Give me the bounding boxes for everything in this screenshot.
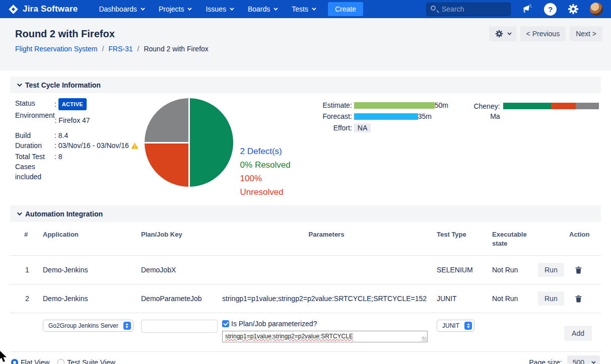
top-navigation-bar: Jira Software Dashboards Projects Issues…: [0, 0, 611, 18]
header-actions: < Previous Next >: [489, 26, 602, 41]
chevron-down-icon: [141, 6, 145, 10]
parameterized-checkbox[interactable]: [222, 320, 229, 327]
delete-icon[interactable]: [575, 266, 582, 274]
tester-bar-fail-segment: [551, 103, 576, 109]
jira-diamond-icon: [8, 4, 19, 15]
estimate-row: Estimate: 50m: [315, 101, 468, 109]
tester-stacked-bar: [503, 103, 599, 109]
mouse-cursor: [0, 350, 7, 364]
automation-integration-section-header[interactable]: Automation Integration: [10, 205, 601, 222]
tester-bar-unexecuted-segment: [576, 103, 599, 109]
forecast-row: Forecast: 35m: [315, 112, 468, 120]
automation-table-header: # Application Plan/Job Key Parameters Te…: [10, 222, 601, 256]
search-icon: [431, 6, 436, 11]
radio-selected-icon: [11, 359, 18, 364]
environment-field: Environment : Firefox 47: [15, 110, 140, 130]
status-field: Status : ACTIVE: [15, 98, 140, 110]
breadcrumb: Flight Reservation System / FRS-31 / Rou…: [15, 45, 596, 53]
defects-unresolved: 100% Unresolved: [240, 172, 306, 199]
execution-pie-chart: [145, 98, 233, 187]
warning-icon: [131, 141, 139, 152]
gear-icon: [495, 30, 503, 38]
nav-menus: Dashboards Projects Issues Boards Tests: [99, 5, 315, 13]
breadcrumb-issue-link[interactable]: FRS-31: [108, 45, 132, 53]
test-type-select[interactable]: JUNIT: [437, 320, 474, 332]
page-size-select[interactable]: 500: [567, 355, 600, 364]
flat-view-radio[interactable]: Flat View: [11, 358, 49, 364]
chevron-down-icon: [591, 359, 595, 363]
time-progress: Estimate: 50m Forecast: 35m Effort: NA: [315, 98, 468, 193]
test-suite-view-radio[interactable]: Test Suite View: [57, 358, 115, 364]
chevron-down-icon: [230, 6, 234, 10]
plan-job-key-input[interactable]: [141, 320, 218, 333]
help-icon[interactable]: ?: [544, 3, 557, 16]
effort-row: Effort: NA: [315, 123, 468, 132]
server-select[interactable]: Go2Group Jenkins Server: [43, 320, 133, 332]
radio-unselected-icon: [57, 359, 64, 364]
nav-menu-boards[interactable]: Boards: [248, 5, 277, 13]
nav-menu-projects[interactable]: Projects: [159, 5, 191, 13]
table-row: 2 Demo-Jenkins DemoParameteJob stringp1=…: [10, 284, 601, 313]
build-field: Build : 8.4: [15, 130, 140, 140]
collapse-chevron-icon: [17, 210, 22, 215]
chevron-down-icon: [507, 31, 511, 35]
add-job-form: Go2Group Jenkins Server Is Plan/Job para…: [10, 313, 601, 352]
nav-menu-dashboards[interactable]: Dashboards: [99, 5, 144, 13]
cycle-settings-button[interactable]: [489, 26, 516, 41]
chevron-down-icon: [312, 6, 316, 10]
page-header: Round 2 with Firefox Flight Reservation …: [0, 18, 611, 70]
brand-name: Jira Software: [23, 4, 78, 14]
next-cycle-button[interactable]: Next >: [570, 26, 602, 41]
settings-gear-icon[interactable]: [568, 4, 579, 15]
parameterized-label: Is Plan/Job parameterized?: [231, 320, 317, 328]
test-cycle-information-section-header[interactable]: Test Cycle Information: [10, 77, 601, 93]
select-stepper-icon: [123, 322, 131, 330]
status-badge: ACTIVE: [58, 98, 87, 110]
tester-progress: Cheney: Ma: [468, 98, 601, 193]
forecast-bar: [354, 113, 418, 120]
select-stepper-icon: [464, 322, 472, 330]
chevron-down-icon: [274, 6, 278, 10]
global-search: [426, 3, 511, 16]
nav-menu-tests[interactable]: Tests: [292, 5, 315, 13]
run-button[interactable]: Run: [538, 263, 564, 277]
view-options-bar: Flat View Test Suite View Page size: 500: [10, 352, 601, 364]
page-size-label: Page size:: [529, 358, 562, 364]
automation-table: # Application Plan/Job Key Parameters Te…: [10, 222, 601, 352]
breadcrumb-separator: /: [138, 45, 140, 53]
total-test-cases-field: Total Test Cases included : 8: [15, 152, 140, 182]
user-avatar[interactable]: [590, 3, 603, 16]
announcements-icon[interactable]: [522, 4, 533, 15]
defect-count: 2 Defect(s): [240, 144, 306, 158]
duration-field: Duration : 03/Nov/16 - 03/Nov/16: [15, 140, 140, 152]
delete-icon[interactable]: [575, 295, 582, 303]
table-row: 1 Demo-Jenkins DemoJobX SELENIUM Not Run…: [10, 256, 601, 284]
defects-summary: 2 Defect(s) 0% Resolved 100% Unresolved: [240, 98, 306, 193]
tester-name: Cheney: Ma: [468, 101, 500, 193]
collapse-chevron-icon: [17, 82, 22, 87]
page-size-control: Page size: 500: [529, 355, 600, 364]
nav-right-cluster: ?: [426, 3, 603, 16]
forecast-value: 35m: [418, 112, 432, 120]
nav-menu-issues[interactable]: Issues: [206, 5, 232, 13]
search-input[interactable]: [426, 3, 511, 16]
effort-value: NA: [354, 123, 371, 132]
parameters-textarea[interactable]: stringp1=p1value;stringp2=p2value:SRTCYC…: [222, 331, 428, 342]
cycle-fields: Status : ACTIVE Environment : Firefox 47…: [15, 98, 140, 193]
previous-cycle-button[interactable]: < Previous: [520, 26, 566, 41]
estimate-bar: [354, 102, 435, 109]
breadcrumb-separator: /: [102, 45, 104, 53]
tester-bar-pass-segment: [503, 103, 551, 109]
defects-resolved: 0% Resolved: [240, 158, 306, 172]
estimate-value: 50m: [435, 101, 448, 109]
breadcrumb-current: Round 2 with Firefox: [144, 45, 208, 53]
run-button[interactable]: Run: [538, 292, 564, 306]
create-button[interactable]: Create: [328, 2, 363, 16]
breadcrumb-project-link[interactable]: Flight Reservation System: [15, 45, 97, 53]
jira-logo[interactable]: Jira Software: [8, 4, 78, 15]
jira-test-cycle-page: Jira Software Dashboards Projects Issues…: [0, 0, 611, 364]
chevron-down-icon: [188, 6, 192, 10]
add-button[interactable]: Add: [564, 326, 592, 341]
test-cycle-information-body: Status : ACTIVE Environment : Firefox 47…: [0, 93, 611, 193]
